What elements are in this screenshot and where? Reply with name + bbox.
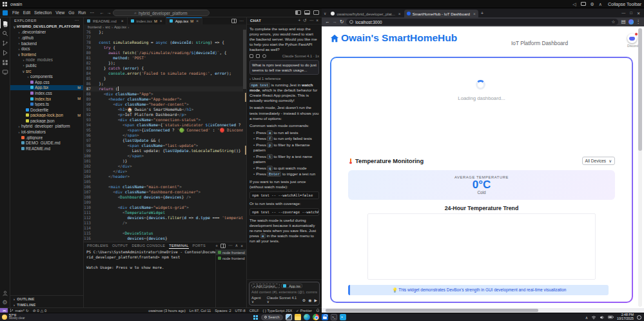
scrollbar-thumb[interactable] [326, 309, 538, 312]
editor-tab[interactable]: README.md × [84, 17, 128, 24]
tab-close-icon[interactable]: × [398, 12, 401, 16]
explorer-tree-item[interactable]: package.json [10, 118, 83, 124]
browser-tab[interactable]: SmartHomeHub - IoT Dashboard × [404, 10, 478, 17]
chat-input[interactable] [251, 289, 317, 295]
explorer-tree-item[interactable]: package-lock.json M [10, 113, 83, 119]
taskbar-search-box[interactable]: Search [261, 315, 283, 320]
explorer-tree-item[interactable]: Dockerfile [10, 107, 83, 113]
task-view-button[interactable] [286, 314, 292, 320]
panel-tab[interactable]: PROBLEMS [87, 242, 108, 249]
display-icon[interactable] [581, 2, 586, 6]
sidebar-section-header[interactable]: › OUTLINE [10, 296, 83, 302]
panel-tab[interactable]: PORTS [193, 242, 206, 249]
menubar-item[interactable]: Selection [32, 10, 54, 15]
history-forward-icon[interactable]: → [107, 10, 112, 15]
panel-tab[interactable]: DEBUG CONSOLE [132, 242, 165, 249]
terminal-instance[interactable]: node frontend [216, 255, 246, 261]
explorer-tree-item[interactable]: DEMO_GUIDE.md [10, 140, 83, 146]
model-select[interactable]: Claude Sonnet 4.1 ∨ [267, 296, 300, 304]
notifications-bell-icon[interactable] [314, 308, 322, 313]
microsoft-store-button[interactable] [322, 314, 328, 320]
explorer-tree-item[interactable]: › docs [10, 46, 83, 52]
notification-center-icon[interactable] [637, 315, 641, 320]
explorer-tree-item[interactable]: › node_modules [10, 57, 83, 63]
split-editor-icon[interactable] [231, 19, 237, 23]
start-button[interactable] [252, 314, 259, 320]
chat-more-icon[interactable]: ⋯ [309, 18, 314, 23]
indentation-item[interactable]: Spaces: 2 [213, 309, 233, 313]
explorer-tree-item[interactable]: App.css [10, 79, 83, 85]
thumbs-down-icon[interactable] [256, 54, 260, 58]
edge-button[interactable] [304, 314, 310, 320]
explorer-tree-item[interactable]: › public [10, 63, 83, 68]
maximize-icon[interactable]: □ [630, 11, 632, 15]
panel-tab[interactable]: OUTPUT [112, 242, 128, 249]
explorer-tree-item[interactable]: › hybrid_developer_platform [10, 124, 83, 130]
chat-code-block[interactable]: npm test -- --coverage --watchAl [249, 208, 319, 216]
run-debug-icon[interactable] [0, 48, 10, 57]
command-center-search[interactable]: ⌕ hybrid_developer_platform [113, 10, 210, 16]
git-branch-item[interactable]: main* ↻ [8, 308, 30, 313]
weather-widget[interactable]: 57°F Mostly clear [2, 313, 25, 321]
explorer-tree-item[interactable]: ∨ frontend [10, 52, 83, 57]
panel-tab[interactable]: TERMINAL [169, 242, 188, 249]
speaker-icon[interactable]: ◁ [572, 2, 576, 6]
terminal-output[interactable]: PS C:\Users\SystemAdministrator\OneDrive… [84, 249, 215, 307]
eol-item[interactable]: CRLF [248, 309, 261, 313]
tab-close-icon[interactable]: × [160, 19, 162, 23]
toggle-panel-icon[interactable] [304, 10, 310, 15]
editor-tab[interactable]: index.tsx M × [128, 17, 166, 24]
address-bar[interactable]: i localhost:3000 ☆ [346, 19, 618, 25]
refresh-icon[interactable]: ↻ [340, 19, 344, 24]
add-context-button[interactable]: +Add Context... [251, 284, 280, 288]
cursor-position-item[interactable]: Ln 87, Col 11 [188, 309, 213, 313]
terminal-button[interactable]: >_ [331, 314, 337, 320]
encoding-item[interactable]: UTF-8 [233, 309, 248, 313]
explorer-tree-item[interactable]: README.md [10, 146, 83, 151]
problems-item[interactable]: ⊘0 △0 [31, 309, 48, 313]
page-scrollbar[interactable] [638, 28, 642, 307]
explorer-tree-item[interactable]: ∨ HYBRID_DEVELOPER_PLATFORM [10, 24, 83, 30]
code-editor[interactable]: 76 }; 77 78 const simulateReading = asyn… [84, 30, 246, 242]
explorer-icon[interactable] [0, 19, 10, 28]
source-control-icon[interactable] [0, 38, 10, 48]
explorer-tree-item[interactable]: › .devcontainer [10, 30, 83, 35]
tools-icon[interactable]: ⚙ [302, 298, 306, 302]
wifi-icon[interactable] [591, 315, 596, 320]
new-terminal-icon[interactable]: + [215, 244, 218, 248]
profile-avatar[interactable] [629, 19, 634, 24]
new-tab-button[interactable]: + [479, 10, 485, 16]
new-chat-icon[interactable]: + [298, 18, 300, 23]
agent-mode-select[interactable]: Agent ∨ [251, 296, 264, 304]
customize-layout-icon[interactable] [313, 10, 319, 15]
favorite-star-icon[interactable]: ☆ [612, 19, 616, 24]
collections-icon[interactable]: ▤ [621, 19, 625, 24]
close-panel-icon[interactable]: × [240, 244, 243, 248]
tab-close-icon[interactable]: × [121, 19, 124, 23]
forward-icon[interactable]: → [333, 19, 338, 24]
breadcrumb-item[interactable]: App.tsx [114, 25, 129, 29]
explorer-tree-item[interactable]: .gitignore [10, 135, 83, 141]
explorer-tree-item[interactable]: App.tsx M [10, 85, 83, 91]
explorer-tree-item[interactable]: ∨ src [10, 68, 83, 74]
terminal-instance[interactable]: node frontend [216, 249, 246, 255]
chrome-button[interactable] [313, 314, 319, 320]
tab-actions-icon[interactable]: ∨ [324, 11, 326, 15]
formatter-item[interactable]: ✓ Prettier [294, 309, 314, 313]
scrollbar-thumb[interactable] [638, 28, 642, 151]
chat-code-block[interactable]: npm test -- --watchAll=false [249, 191, 319, 199]
explorer-tree-item[interactable]: › iot-simulators [10, 129, 83, 135]
battery-icon[interactable] [608, 315, 614, 319]
tab-close-icon[interactable]: × [196, 19, 199, 23]
explorer-more-icon[interactable]: ⋯ [75, 18, 79, 23]
explorer-tree-item[interactable]: › components [10, 73, 83, 79]
browser-menu-icon[interactable]: ⋮ [636, 19, 641, 24]
tab-close-icon[interactable]: × [473, 12, 476, 16]
message-more-icon[interactable] [262, 54, 266, 58]
remote-explorer-icon[interactable] [0, 67, 10, 77]
menubar-item[interactable]: View [54, 10, 66, 15]
taskbar-clock[interactable]: 2:48 PM 10/17/2025 [617, 313, 634, 320]
menubar-item[interactable]: Go [66, 10, 76, 15]
volume-icon[interactable] [600, 315, 605, 320]
explorer-tree-item[interactable]: › .github [10, 35, 83, 41]
